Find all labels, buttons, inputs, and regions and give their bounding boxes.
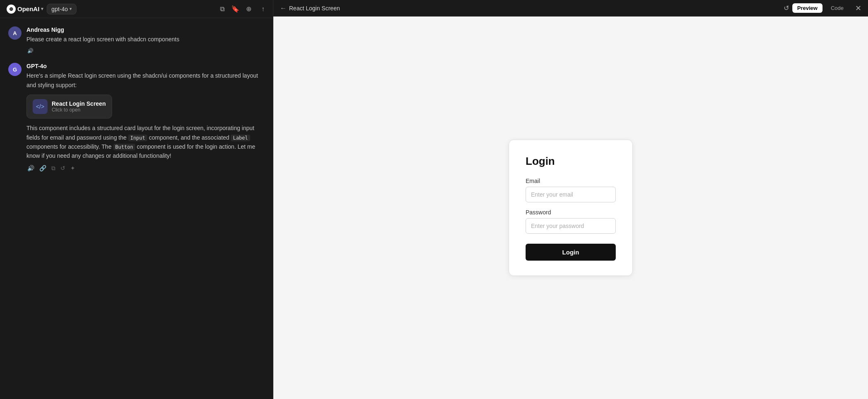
gpt-message-text-after: This component includes a structured car… [26, 124, 265, 161]
user-message: A Andreas Nigg Please create a react log… [8, 26, 265, 55]
right-panel: ← React Login Screen ↺ Preview Code ✕ Lo… [273, 0, 868, 399]
gpt-avatar: G [8, 63, 22, 76]
email-input[interactable] [526, 187, 616, 202]
model-label: gpt-4o [51, 6, 68, 12]
gpt-link-icon[interactable]: 🔗 [38, 164, 47, 173]
user-avatar: A [8, 26, 22, 40]
upload-icon[interactable]: ↑ [260, 4, 266, 14]
user-message-text: Please create a react login screen with … [26, 35, 265, 44]
back-arrow-icon: ← [280, 5, 287, 12]
react-login-screen-card[interactable]: </> React Login Screen Click to open [26, 95, 112, 119]
password-label: Password [526, 209, 616, 216]
model-chevron-icon: ▾ [69, 6, 72, 12]
gpt-actions-icon[interactable]: ✦ [69, 164, 76, 173]
left-panel: ⊕ OpenAI ▾ gpt-4o ▾ ⧉ 🔖 ⊕ ↑ A Andreas Ni… [0, 0, 273, 399]
email-field-group: Email [526, 178, 616, 202]
gpt-author: GPT-4o [26, 63, 265, 69]
openai-chevron-icon: ▾ [41, 6, 43, 12]
gpt-regenerate-icon[interactable]: ↺ [60, 164, 66, 173]
preview-topbar-actions: ↺ Preview Code ✕ [784, 3, 861, 13]
preview-button[interactable]: Preview [792, 3, 823, 13]
openai-label: OpenAI [17, 5, 39, 12]
gpt-message-actions: 🔊 🔗 ⧉ ↺ ✦ [26, 164, 265, 173]
openai-logo-icon: ⊕ [7, 5, 16, 14]
user-message-actions: 🔊 [26, 47, 265, 55]
preview-back-button[interactable]: ← React Login Screen [280, 5, 340, 12]
top-bar: ⊕ OpenAI ▾ gpt-4o ▾ ⧉ 🔖 ⊕ ↑ [0, 0, 273, 18]
chat-area: A Andreas Nigg Please create a react log… [0, 18, 273, 399]
code-card-info: React Login Screen Click to open [52, 100, 106, 113]
user-message-content: Andreas Nigg Please create a react login… [26, 26, 265, 55]
code-card-icon: </> [33, 99, 48, 114]
preview-content: Login Email Password Login [273, 17, 868, 399]
model-selector[interactable]: gpt-4o ▾ [47, 4, 77, 14]
gpt-message-text-before: Here's a simple React login screen using… [26, 71, 265, 90]
user-author: Andreas Nigg [26, 26, 265, 33]
email-label: Email [526, 178, 616, 184]
gpt-message-content: GPT-4o Here's a simple React login scree… [26, 63, 265, 172]
refresh-icon[interactable]: ↺ [784, 4, 789, 12]
password-input[interactable] [526, 218, 616, 234]
gpt-copy-icon[interactable]: ⧉ [50, 164, 56, 173]
password-field-group: Password [526, 209, 616, 234]
login-button[interactable]: Login [526, 244, 616, 261]
add-chat-icon[interactable]: ⊕ [244, 3, 253, 14]
gpt-audio-icon[interactable]: 🔊 [26, 164, 35, 173]
copy-icon[interactable]: ⧉ [218, 4, 226, 14]
preview-topbar: ← React Login Screen ↺ Preview Code ✕ [273, 0, 868, 17]
code-button[interactable]: Code [826, 3, 849, 13]
bookmark-icon[interactable]: 🔖 [230, 3, 241, 14]
code-card-title: React Login Screen [52, 100, 106, 107]
code-card-subtitle: Click to open [52, 107, 106, 113]
audio-icon[interactable]: 🔊 [26, 47, 34, 55]
login-title: Login [526, 155, 616, 168]
top-bar-actions: ⧉ 🔖 ⊕ ↑ [218, 3, 266, 14]
preview-back-label: React Login Screen [289, 5, 340, 12]
openai-logo[interactable]: ⊕ OpenAI ▾ [7, 5, 43, 14]
gpt-message: G GPT-4o Here's a simple React login scr… [8, 63, 265, 172]
close-icon[interactable]: ✕ [855, 4, 861, 13]
login-card: Login Email Password Login [509, 140, 633, 276]
